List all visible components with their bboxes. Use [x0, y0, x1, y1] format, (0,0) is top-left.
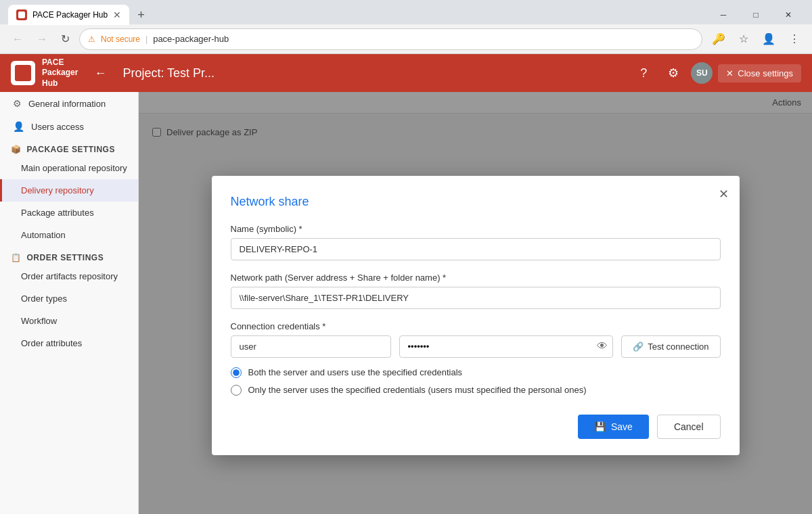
project-title: Project: Test Pr... — [122, 66, 215, 80]
sidebar-item-general-label: General information — [28, 99, 106, 109]
modal-title: Network share — [231, 195, 721, 209]
help-button[interactable]: ? — [631, 61, 656, 85]
test-connection-label: Test connection — [648, 342, 708, 352]
sidebar-item-automation[interactable]: Automation — [0, 224, 138, 246]
password-input[interactable] — [399, 335, 614, 358]
refresh-nav-button[interactable]: ↻ — [57, 30, 74, 48]
sidebar-item-package-attrs[interactable]: Package attributes — [0, 202, 138, 224]
sidebar-item-package-attrs-label: Package attributes — [21, 208, 94, 218]
sidebar: ⚙ General information 👤 Users access 📦 P… — [0, 92, 139, 514]
credentials-label: Connection credentials * — [231, 321, 721, 331]
tab-title: PACE Packager Hub — [32, 10, 108, 20]
back-button[interactable]: ← — [89, 64, 112, 83]
sidebar-item-workflow[interactable]: Workflow — [0, 310, 138, 332]
sidebar-item-order-types[interactable]: Order types — [0, 287, 138, 310]
radio-option2[interactable] — [231, 385, 242, 396]
radio-option2-label[interactable]: Only the server uses the specified crede… — [231, 385, 721, 396]
password-wrapper: 👁 — [399, 335, 614, 358]
main-content: Actions Deliver package as ZIP Network s… — [139, 92, 812, 514]
password-manager-button[interactable]: 🔑 — [708, 30, 729, 48]
header-actions: ? ⚙ SU ✕ Close settings — [631, 61, 801, 85]
tab-favicon — [16, 9, 27, 20]
package-icon: 📦 — [11, 145, 22, 154]
network-path-form-group: Network path (Server address + Share + f… — [231, 273, 721, 309]
logo-text: PACE Packager Hub — [42, 57, 78, 89]
new-tab-button[interactable]: + — [132, 5, 150, 25]
back-nav-button[interactable]: ← — [8, 30, 27, 48]
order-icon: 📋 — [11, 253, 22, 262]
sidebar-item-workflow-label: Workflow — [21, 316, 57, 326]
logo-icon — [11, 61, 35, 85]
username-input[interactable] — [231, 335, 391, 358]
radio-option1-label[interactable]: Both the server and users use the specif… — [231, 367, 721, 378]
sidebar-item-order-artifacts[interactable]: Order artifacts repository — [0, 265, 138, 287]
save-icon: 💾 — [594, 421, 606, 432]
radio-group: Both the server and users use the specif… — [231, 367, 721, 396]
app-header: PACE Packager Hub ← Project: Test Pr... … — [0, 54, 812, 92]
cancel-button[interactable]: Cancel — [657, 415, 721, 439]
save-label: Save — [611, 421, 633, 432]
close-settings-icon: ✕ — [726, 68, 734, 78]
close-settings-label: Close settings — [738, 68, 793, 78]
security-warning-icon: ⚠ — [88, 34, 95, 44]
eye-icon: 👁 — [597, 340, 608, 352]
order-settings-header: 📋 Order Settings — [0, 246, 138, 265]
test-connection-button[interactable]: 🔗 Test connection — [621, 335, 720, 358]
radio-option2-text: Only the server uses the specified crede… — [248, 385, 587, 395]
bookmark-button[interactable]: ☆ — [735, 30, 752, 48]
close-settings-button[interactable]: ✕ Close settings — [718, 64, 801, 83]
test-connection-icon: 🔗 — [633, 342, 644, 352]
address-bar: ⚠ Not secure | pace-packager-hub — [79, 28, 702, 50]
sidebar-item-order-types-label: Order types — [21, 294, 67, 304]
credentials-row: 👁 🔗 Test connection — [231, 335, 721, 358]
gear-icon: ⚙ — [13, 98, 22, 109]
minimize-button[interactable]: ─ — [708, 5, 739, 25]
app-logo: PACE Packager Hub — [11, 57, 78, 89]
settings-button[interactable]: ⚙ — [661, 61, 685, 85]
url-text: pace-packager-hub — [153, 34, 694, 44]
modal-overlay: Network share ✕ Name (symbolic) * Networ… — [139, 92, 812, 514]
package-settings-header: 📦 Package Settings — [0, 138, 138, 157]
sidebar-item-delivery-repo-label: Delivery repository — [21, 185, 94, 195]
sidebar-item-main-repo-label: Main operational repository — [21, 163, 127, 173]
sidebar-item-general[interactable]: ⚙ General information — [0, 92, 138, 115]
credentials-form-group: Connection credentials * 👁 🔗 — [231, 321, 721, 396]
radio-option1-text: Both the server and users use the specif… — [248, 367, 463, 377]
menu-button[interactable]: ⋮ — [785, 30, 804, 48]
sidebar-item-delivery-repo[interactable]: Delivery repository — [0, 179, 138, 202]
name-input[interactable] — [231, 238, 721, 260]
users-icon: 👤 — [13, 121, 24, 132]
modal-footer: 💾 Save Cancel — [231, 415, 721, 439]
browser-tab[interactable]: PACE Packager Hub ✕ — [8, 5, 129, 25]
radio-option1[interactable] — [231, 367, 242, 378]
modal-close-button[interactable]: ✕ — [719, 187, 729, 202]
show-password-button[interactable]: 👁 — [597, 340, 608, 352]
name-form-group: Name (symbolic) * — [231, 224, 721, 260]
network-path-input[interactable] — [231, 287, 721, 309]
security-label: Not secure — [101, 34, 140, 44]
network-path-label: Network path (Server address + Share + f… — [231, 273, 721, 283]
sidebar-item-users-access[interactable]: 👤 Users access — [0, 115, 138, 138]
sidebar-item-main-repo[interactable]: Main operational repository — [0, 157, 138, 179]
forward-nav-button[interactable]: → — [32, 30, 51, 48]
network-share-modal: Network share ✕ Name (symbolic) * Networ… — [212, 176, 740, 455]
sidebar-item-automation-label: Automation — [21, 230, 66, 240]
close-button[interactable]: ✕ — [773, 5, 804, 25]
sidebar-item-users-label: Users access — [31, 122, 84, 132]
sidebar-item-order-attrs-label: Order attributes — [21, 338, 82, 348]
tab-close-button[interactable]: ✕ — [113, 9, 121, 20]
sidebar-item-order-attrs[interactable]: Order attributes — [0, 332, 138, 354]
save-button[interactable]: 💾 Save — [578, 415, 649, 439]
name-label: Name (symbolic) * — [231, 224, 721, 234]
profile-button[interactable]: 👤 — [758, 30, 780, 48]
sidebar-item-order-artifacts-label: Order artifacts repository — [21, 271, 118, 281]
maximize-button[interactable]: □ — [740, 5, 771, 25]
user-avatar[interactable]: SU — [691, 62, 713, 84]
